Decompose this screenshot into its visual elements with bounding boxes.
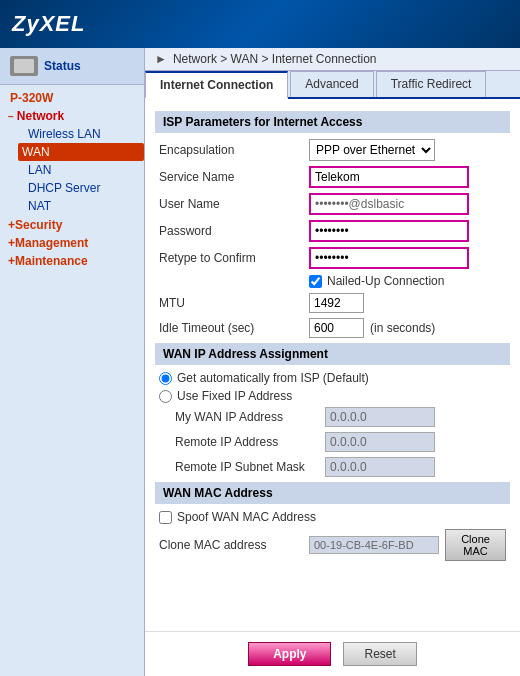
auto-ip-radio[interactable] — [159, 372, 172, 385]
service-name-row: Service Name — [155, 166, 510, 188]
sidebar-management-label: Management — [15, 236, 88, 250]
retype-label: Retype to Confirm — [159, 251, 309, 265]
username-input[interactable] — [309, 193, 469, 215]
router-icon — [10, 56, 38, 76]
sidebar-item-dhcp-server[interactable]: DHCP Server — [18, 179, 144, 197]
encapsulation-row: Encapsulation PPP over Ethernet PPPoA IP… — [155, 139, 510, 161]
username-label: User Name — [159, 197, 309, 211]
minus-icon: − — [8, 111, 14, 122]
sidebar: Status P-320W − Network Wireless LAN WAN… — [0, 48, 145, 676]
sidebar-network-sub: Wireless LAN WAN LAN DHCP Server NAT — [0, 125, 144, 215]
fixed-ip-label: Use Fixed IP Address — [177, 389, 292, 403]
auto-ip-row: Get automatically from ISP (Default) — [155, 371, 510, 385]
main-layout: Status P-320W − Network Wireless LAN WAN… — [0, 48, 520, 676]
breadcrumb-text: Network > WAN > Internet Connection — [173, 52, 377, 66]
sidebar-status[interactable]: Status — [0, 48, 144, 85]
service-name-input[interactable] — [309, 166, 469, 188]
remote-subnet-label: Remote IP Subnet Mask — [175, 460, 325, 474]
encapsulation-select[interactable]: PPP over Ethernet PPPoA IPoA Ethernet — [309, 139, 435, 161]
remote-ip-label: Remote IP Address — [175, 435, 325, 449]
my-wan-ip-input[interactable] — [325, 407, 435, 427]
my-wan-ip-row: My WAN IP Address — [155, 407, 510, 427]
spoof-row: Spoof WAN MAC Address — [155, 510, 510, 524]
spoof-checkbox[interactable] — [159, 511, 172, 524]
my-wan-ip-label: My WAN IP Address — [175, 410, 325, 424]
button-row: Apply Reset — [145, 631, 520, 676]
clone-mac-row: Clone MAC address Clone MAC — [155, 529, 510, 561]
idle-timeout-input[interactable] — [309, 318, 364, 338]
password-label: Password — [159, 224, 309, 238]
isp-section-header: ISP Parameters for Internet Access — [155, 111, 510, 133]
nailed-up-row: Nailed-Up Connection — [155, 274, 510, 288]
reset-button[interactable]: Reset — [343, 642, 416, 666]
retype-row: Retype to Confirm — [155, 247, 510, 269]
sidebar-item-wireless-lan[interactable]: Wireless LAN — [18, 125, 144, 143]
mtu-input[interactable] — [309, 293, 364, 313]
plus-icon-security: + — [8, 218, 15, 232]
sidebar-item-nat[interactable]: NAT — [18, 197, 144, 215]
sidebar-item-security[interactable]: + Security — [0, 215, 144, 233]
sidebar-network-label: Network — [17, 109, 64, 123]
fixed-ip-row: Use Fixed IP Address — [155, 389, 510, 403]
form-content: ISP Parameters for Internet Access Encap… — [145, 99, 520, 631]
tab-bar: Internet Connection Advanced Traffic Red… — [145, 71, 520, 99]
idle-timeout-label: Idle Timeout (sec) — [159, 321, 309, 335]
idle-timeout-suffix: (in seconds) — [370, 321, 435, 335]
encapsulation-label: Encapsulation — [159, 143, 309, 157]
retype-input[interactable] — [309, 247, 469, 269]
service-name-label: Service Name — [159, 170, 309, 184]
password-input[interactable] — [309, 220, 469, 242]
clone-mac-label: Clone MAC address — [159, 538, 309, 552]
tab-traffic-redirect[interactable]: Traffic Redirect — [376, 71, 487, 97]
auto-ip-label: Get automatically from ISP (Default) — [177, 371, 369, 385]
sidebar-status-label[interactable]: Status — [44, 59, 81, 73]
fixed-ip-radio[interactable] — [159, 390, 172, 403]
sidebar-device-label: P-320W — [0, 85, 144, 107]
sidebar-maintenance-label: Maintenance — [15, 254, 88, 268]
remote-subnet-row: Remote IP Subnet Mask — [155, 457, 510, 477]
plus-icon-management: + — [8, 236, 15, 250]
nailed-up-checkbox[interactable] — [309, 275, 322, 288]
apply-button[interactable]: Apply — [248, 642, 331, 666]
mtu-label: MTU — [159, 296, 309, 310]
remote-ip-input[interactable] — [325, 432, 435, 452]
tab-advanced[interactable]: Advanced — [290, 71, 373, 97]
tab-internet-connection[interactable]: Internet Connection — [145, 71, 288, 99]
wan-ip-section-header: WAN IP Address Assignment — [155, 343, 510, 365]
breadcrumb-arrow: ► — [155, 52, 167, 66]
content-area: ► Network > WAN > Internet Connection In… — [145, 48, 520, 676]
mtu-row: MTU — [155, 293, 510, 313]
wan-mac-section-header: WAN MAC Address — [155, 482, 510, 504]
idle-timeout-row: Idle Timeout (sec) (in seconds) — [155, 318, 510, 338]
password-row: Password — [155, 220, 510, 242]
username-row: User Name — [155, 193, 510, 215]
nailed-up-label: Nailed-Up Connection — [327, 274, 444, 288]
sidebar-item-network[interactable]: − Network — [0, 107, 144, 125]
spoof-label: Spoof WAN MAC Address — [177, 510, 316, 524]
clone-mac-input[interactable] — [309, 536, 439, 554]
sidebar-item-wan[interactable]: WAN — [18, 143, 144, 161]
plus-icon-maintenance: + — [8, 254, 15, 268]
sidebar-item-maintenance[interactable]: + Maintenance — [0, 251, 144, 269]
header: ZyXEL — [0, 0, 520, 48]
remote-ip-row: Remote IP Address — [155, 432, 510, 452]
breadcrumb: ► Network > WAN > Internet Connection — [145, 48, 520, 71]
clone-mac-button[interactable]: Clone MAC — [445, 529, 506, 561]
sidebar-security-label: Security — [15, 218, 62, 232]
remote-subnet-input[interactable] — [325, 457, 435, 477]
sidebar-item-lan[interactable]: LAN — [18, 161, 144, 179]
sidebar-item-management[interactable]: + Management — [0, 233, 144, 251]
logo: ZyXEL — [12, 11, 85, 37]
